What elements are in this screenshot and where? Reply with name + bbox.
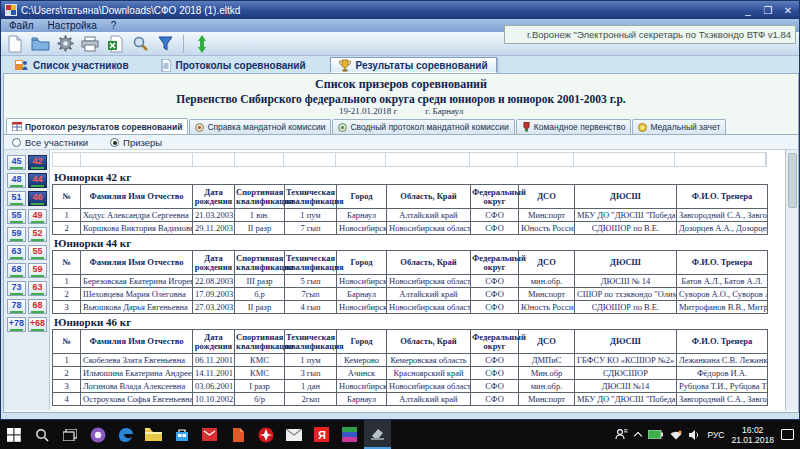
restore-button[interactable]: ❐ bbox=[761, 5, 775, 16]
weight-button-51[interactable]: 51 bbox=[7, 191, 26, 206]
weight-button-55[interactable]: 55 bbox=[28, 245, 47, 260]
weight-row: 7868 bbox=[7, 299, 47, 314]
edge-icon[interactable] bbox=[112, 420, 139, 449]
menu-settings[interactable]: Настройка bbox=[48, 20, 97, 31]
trophy-icon bbox=[339, 59, 351, 72]
store-icon[interactable] bbox=[168, 420, 195, 449]
clock-date: 21.01.2018 bbox=[731, 435, 774, 445]
clock[interactable]: 16:02 21.01.2018 bbox=[731, 425, 774, 445]
close-button[interactable]: ✕ bbox=[781, 5, 795, 16]
weight-button-63[interactable]: 63 bbox=[7, 245, 26, 260]
weight-button-63[interactable]: 63 bbox=[28, 281, 47, 296]
column-header: ДСО bbox=[519, 185, 575, 209]
menu-file[interactable]: Файл bbox=[9, 20, 34, 31]
file-explorer-icon[interactable] bbox=[140, 420, 167, 449]
weight-button-55[interactable]: 55 bbox=[7, 209, 26, 224]
table-row[interactable]: 3Вьюшкова Дарья Евгеньевна27.03.2003II р… bbox=[53, 301, 768, 314]
tray-expand-icon[interactable] bbox=[634, 431, 642, 439]
table-cell: 1 дан bbox=[285, 380, 337, 393]
task-view-icon[interactable] bbox=[56, 420, 83, 449]
weight-button-+68[interactable]: +68 bbox=[28, 317, 47, 332]
yandex-browser-icon[interactable] bbox=[252, 420, 279, 449]
weight-button-68[interactable]: 68 bbox=[28, 299, 47, 314]
report-date-place: 19-21.01.2018 гг. Барнаул bbox=[4, 106, 798, 116]
table-row[interactable]: 3Логинова Влада Алексеевна03.06.2001I ра… bbox=[53, 380, 768, 393]
sync-arrows-icon[interactable] bbox=[192, 34, 212, 54]
yandex-icon[interactable]: Я bbox=[308, 420, 335, 449]
table-row[interactable]: 4Остроухова Софья Евгеньевна10.10.2002б/… bbox=[53, 393, 768, 406]
mail-envelope-icon[interactable] bbox=[280, 420, 307, 449]
table-cell: Кемеровская область bbox=[387, 354, 471, 367]
colorful-app-icon[interactable] bbox=[336, 420, 363, 449]
weight-button-68[interactable]: 68 bbox=[7, 263, 26, 278]
table-cell: МБУ ДО "ДЮСШ "Победа" bbox=[575, 209, 677, 222]
radio-prize-winners[interactable]: Призеры bbox=[110, 137, 162, 148]
table-cell: ГБФСУ КО «КСШОР №2» bbox=[575, 354, 677, 367]
taskbar-app-window-icon[interactable] bbox=[364, 420, 391, 449]
weight-button-49[interactable]: 49 bbox=[28, 209, 47, 224]
start-button[interactable] bbox=[0, 420, 27, 449]
people-icon[interactable]: R bbox=[615, 429, 628, 440]
table-cell: мин.обр. bbox=[519, 275, 575, 288]
tab-protocols[interactable]: Протоколы соревнований bbox=[153, 57, 314, 73]
menu-help[interactable]: ? bbox=[111, 20, 117, 31]
radio-all-participants[interactable]: Все участники bbox=[12, 137, 88, 148]
table-cell: Дозорцев А.А., Дозорцев С.А. bbox=[677, 222, 768, 235]
weight-button-73[interactable]: 73 bbox=[7, 281, 26, 296]
title-bar: C:\Users\татьяна\Downloads\СФО 2018 (1).… bbox=[1, 1, 799, 19]
report-dates: 19-21.01.2018 г bbox=[339, 106, 397, 116]
document-red-icon[interactable] bbox=[224, 420, 251, 449]
table-row[interactable]: 2Ильюшина Екатерина Андреевна14.11.2001К… bbox=[53, 367, 768, 380]
table-cell: 1 пум bbox=[285, 209, 337, 222]
tab-participants[interactable]: Список участников bbox=[7, 57, 137, 73]
cortana-icon[interactable] bbox=[84, 420, 111, 449]
network-icon[interactable] bbox=[670, 430, 682, 440]
table-row[interactable]: 1Ходус Александра Сергеевна21.03.20031 ю… bbox=[53, 209, 768, 222]
new-document-icon[interactable] bbox=[5, 34, 25, 54]
settings-gear-icon[interactable] bbox=[55, 34, 75, 54]
subtab-mandate-certificate[interactable]: Справка мандатной комиссии bbox=[189, 119, 331, 134]
tab-results[interactable]: Результаты соревнований bbox=[330, 57, 497, 73]
table-cell: Остроухова Софья Евгеньевна bbox=[81, 393, 193, 406]
open-folder-icon[interactable] bbox=[30, 34, 50, 54]
weight-button-78[interactable]: 78 bbox=[7, 299, 26, 314]
weight-button-48[interactable]: 48 bbox=[7, 173, 26, 188]
table-cell: Рубцова Т.И., Рубцова Т.И. bbox=[677, 380, 768, 393]
weight-button-+78[interactable]: +78 bbox=[7, 317, 26, 332]
vertical-scrollbar[interactable] bbox=[785, 150, 798, 410]
language-indicator[interactable]: РУС bbox=[707, 430, 724, 440]
table-cell: Красноярский край bbox=[387, 367, 471, 380]
battery-icon[interactable] bbox=[648, 430, 663, 439]
action-center-icon[interactable] bbox=[781, 429, 794, 440]
weight-button-44[interactable]: 44 bbox=[28, 173, 47, 188]
summary-icon bbox=[338, 123, 347, 132]
print-icon[interactable] bbox=[80, 34, 100, 54]
minimize-button[interactable]: _ bbox=[741, 5, 755, 16]
weight-button-59[interactable]: 59 bbox=[7, 227, 26, 242]
weight-button-52[interactable]: 52 bbox=[28, 227, 47, 242]
search-icon[interactable] bbox=[130, 34, 150, 54]
taskbar-search-icon[interactable] bbox=[28, 420, 55, 449]
subtab-results-protocol[interactable]: Протокол результатов соревнований bbox=[6, 118, 188, 134]
table-row[interactable]: 1Скобелева Злата Евгеньевна06.11.2001КМС… bbox=[53, 354, 768, 367]
subtab-mandate-summary[interactable]: Сводный протокол мандатной комиссии bbox=[332, 119, 514, 134]
filter-icon[interactable] bbox=[155, 34, 175, 54]
table-cell: 2 bbox=[53, 367, 81, 380]
mail-red-icon[interactable] bbox=[196, 420, 223, 449]
column-header: ДЮСШ bbox=[575, 330, 677, 354]
subtab-medal-count[interactable]: Медальный зачет bbox=[632, 119, 726, 134]
excel-export-icon[interactable] bbox=[105, 34, 125, 54]
weight-button-59[interactable]: 59 bbox=[28, 263, 47, 278]
weight-button-45[interactable]: 45 bbox=[7, 155, 26, 170]
table-row[interactable]: 2Шеховцева Мария Олеговна17.09.2003б.р7г… bbox=[53, 288, 768, 301]
vertical-scrollbar-thumb[interactable] bbox=[788, 153, 797, 208]
volume-icon[interactable] bbox=[689, 430, 700, 440]
section-title: Юниорки 44 кг bbox=[54, 237, 785, 249]
table-cell: Барнаул bbox=[337, 209, 387, 222]
weight-button-42[interactable]: 42 bbox=[28, 155, 47, 170]
table-row[interactable]: 1Березовская Екатерина Игоревна22.08.200… bbox=[53, 275, 768, 288]
subtab-team-championship[interactable]: Командное первенство bbox=[516, 119, 632, 134]
table-row[interactable]: 2Коршкова Виктория Вадимовна29.11.2003II… bbox=[53, 222, 768, 235]
table-cell: 03.06.2001 bbox=[193, 380, 235, 393]
weight-button-46[interactable]: 46 bbox=[28, 191, 47, 206]
